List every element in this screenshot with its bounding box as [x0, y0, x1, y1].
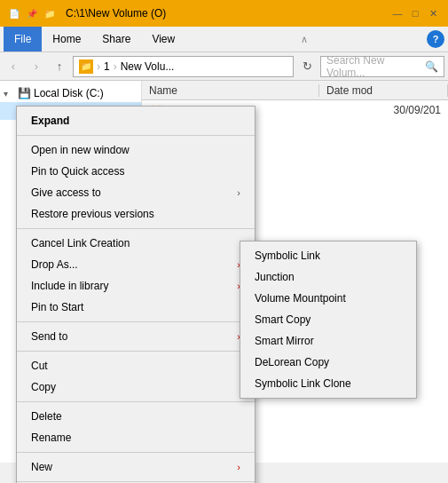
col-header-date[interactable]: Date mod	[319, 84, 448, 97]
search-text: Search New Volum...	[326, 54, 421, 79]
tree-label-local-disk: Local Disk (C:)	[34, 87, 104, 99]
menu-item-open-new-window[interactable]: Open in new window	[17, 139, 255, 161]
forward-button[interactable]: ›	[27, 57, 46, 76]
menu-label-open-new-window: Open in new window	[31, 144, 130, 156]
window-title: C:\1\New Volume (O)	[66, 7, 384, 20]
quick-access-icon: 📌	[25, 6, 39, 20]
submenu-label-smart-copy: Smart Copy	[255, 313, 310, 326]
file-list-header: Name Date mod	[142, 81, 448, 100]
address-folder-icon: 📁	[79, 59, 93, 74]
title-bar: 📄 📌 📁 C:\1\New Volume (O) — □ ✕	[0, 0, 448, 27]
menu-separator-2	[17, 228, 255, 229]
submenu-item-volume-mountpoint[interactable]: Volume Mountpoint	[240, 288, 416, 309]
search-bar[interactable]: Search New Volum... 🔍	[320, 56, 444, 77]
title-bar-icons: 📄 📌 📁	[7, 6, 57, 20]
menu-item-cut[interactable]: Cut	[17, 355, 255, 376]
col-header-name[interactable]: Name	[142, 84, 319, 97]
address-bar[interactable]: 📁 › 1 › New Volu...	[73, 56, 294, 77]
address-separator2: ›	[114, 60, 117, 73]
chevron-down-icon: ▾	[4, 89, 14, 99]
menu-separator-1	[17, 135, 255, 136]
back-button[interactable]: ‹	[4, 57, 23, 76]
submenu-label-volume-mountpoint: Volume Mountpoint	[255, 292, 346, 305]
submenu-item-smart-copy[interactable]: Smart Copy	[240, 309, 416, 330]
menu-separator-4	[17, 351, 255, 352]
submenu-item-smart-mirror[interactable]: Smart Mirror	[240, 330, 416, 352]
menu-item-restore[interactable]: Restore previous versions	[17, 203, 255, 225]
ribbon-expand-arrow[interactable]: ∧	[301, 34, 308, 45]
menu-label-pin-start: Pin to Start	[31, 301, 83, 313]
main-content: ▾ 💾 Local Disk (C:) ▸ 📁 1 Name Date mod …	[0, 81, 448, 463]
tree-item-local-disk[interactable]: ▾ 💾 Local Disk (C:)	[0, 84, 141, 102]
menu-separator-7	[17, 481, 255, 482]
menu-item-pin-quick-access[interactable]: Pin to Quick access	[17, 161, 255, 182]
refresh-button[interactable]: ↻	[297, 57, 317, 76]
menu-separator-6	[17, 452, 255, 453]
ribbon-tabs: File Home Share View ∧ ?	[0, 27, 448, 51]
submenu-label-junction: Junction	[255, 271, 295, 283]
context-menu: Expand Open in new window Pin to Quick a…	[16, 106, 255, 483]
menu-item-give-access[interactable]: Give access to ›	[17, 182, 255, 203]
menu-label-give-access: Give access to	[31, 186, 101, 199]
up-button[interactable]: ↑	[50, 57, 69, 76]
address-part-1: 1	[104, 60, 110, 73]
drive-icon: 💾	[17, 86, 31, 100]
submenu-item-symbolic-link[interactable]: Symbolic Link	[240, 245, 416, 266]
file-icon-small: 📄	[7, 6, 21, 20]
menu-label-drop-as: Drop As...	[31, 258, 78, 271]
menu-item-drop-as[interactable]: Drop As... ›	[17, 254, 255, 275]
search-icon: 🔍	[425, 60, 438, 73]
folder-title-icon: 📁	[43, 6, 57, 20]
menu-separator-3	[17, 321, 255, 322]
help-button[interactable]: ?	[427, 30, 444, 48]
arrow-icon-give-access: ›	[237, 187, 240, 198]
menu-item-pin-start[interactable]: Pin to Start	[17, 297, 255, 318]
submenu-label-symbolic-link-clone: Symbolic Link Clone	[255, 377, 351, 390]
menu-label-include-library: Include in library	[31, 280, 108, 292]
menu-label-send-to: Send to	[31, 330, 67, 343]
submenu-item-delorean-copy[interactable]: DeLorean Copy	[240, 352, 416, 373]
maximize-button[interactable]: □	[407, 5, 423, 21]
menu-separator-5	[17, 401, 255, 402]
menu-label-rename: Rename	[31, 432, 71, 444]
minimize-button[interactable]: —	[389, 5, 405, 21]
menu-item-cancel-link[interactable]: Cancel Link Creation	[17, 233, 255, 254]
tab-file[interactable]: File	[4, 27, 42, 51]
menu-item-delete[interactable]: Delete	[17, 406, 255, 427]
menu-item-copy[interactable]: Copy	[17, 376, 255, 398]
menu-label-delete: Delete	[31, 410, 62, 423]
menu-item-send-to[interactable]: Send to ›	[17, 326, 255, 347]
menu-label-pin-quick-access: Pin to Quick access	[31, 165, 124, 178]
tab-view[interactable]: View	[141, 27, 185, 51]
arrow-icon-new: ›	[237, 462, 240, 472]
menu-label-new: New	[31, 461, 52, 473]
address-separator: ›	[97, 60, 100, 73]
submenu-label-symbolic-link: Symbolic Link	[255, 249, 320, 262]
tab-home[interactable]: Home	[42, 27, 91, 51]
submenu-item-junction[interactable]: Junction	[240, 266, 416, 288]
address-part-2: New Volu...	[121, 60, 175, 73]
file-date: 30/09/201	[394, 104, 441, 116]
submenu-item-symbolic-link-clone[interactable]: Symbolic Link Clone	[240, 373, 416, 394]
close-button[interactable]: ✕	[425, 5, 441, 21]
menu-item-new[interactable]: New ›	[17, 456, 255, 478]
submenu-label-smart-mirror: Smart Mirror	[255, 335, 314, 347]
menu-label-cancel-link: Cancel Link Creation	[31, 237, 130, 249]
menu-label-expand: Expand	[31, 115, 69, 127]
menu-item-include-library[interactable]: Include in library ›	[17, 275, 255, 297]
menu-label-cut: Cut	[31, 360, 48, 372]
menu-item-rename[interactable]: Rename	[17, 427, 255, 448]
tab-share[interactable]: Share	[91, 27, 141, 51]
submenu-drop-as: Symbolic Link Junction Volume Mountpoint…	[240, 241, 417, 399]
nav-bar: ‹ › ↑ 📁 › 1 › New Volu... ↻ Search New V…	[0, 52, 448, 81]
submenu-label-delorean-copy: DeLorean Copy	[255, 356, 329, 368]
window-controls: — □ ✕	[389, 5, 441, 21]
menu-item-expand[interactable]: Expand	[17, 110, 255, 131]
menu-label-copy: Copy	[31, 381, 56, 393]
menu-label-restore: Restore previous versions	[31, 208, 154, 220]
ribbon: File Home Share View ∧ ?	[0, 27, 448, 52]
